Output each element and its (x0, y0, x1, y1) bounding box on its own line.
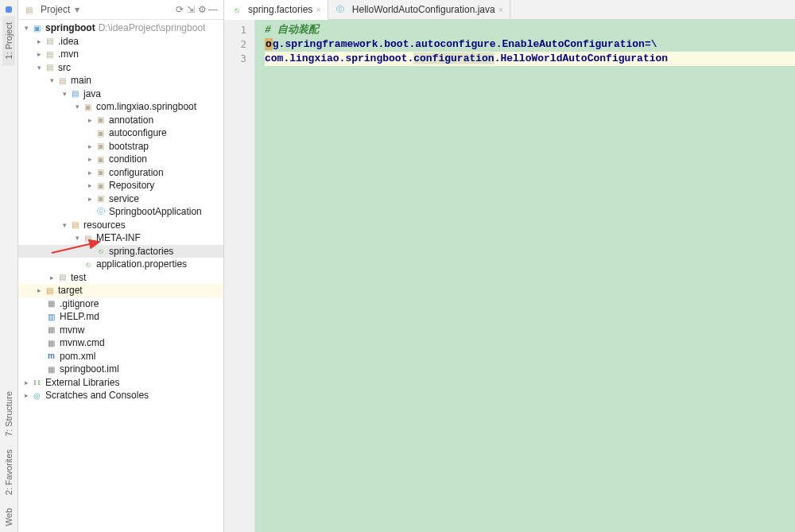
tab-label: HelloWorldAutoConfiguration.java (352, 4, 495, 15)
tab-label: spring.factories (248, 4, 312, 15)
tree-gitignore[interactable]: ▦.gitignore (18, 297, 223, 311)
tree-mvn[interactable]: ▸▤.mvn (18, 48, 223, 61)
code-line-1: # 自动装配 (265, 24, 319, 36)
project-icon (6, 6, 12, 13)
tree-target[interactable]: ▸▤target (18, 284, 223, 297)
tab-favorites[interactable]: 2: Favorites (2, 443, 15, 501)
tree-service[interactable]: ▸▣service (18, 192, 223, 206)
tree-package[interactable]: ▾▣com.lingxiao.springboot (18, 100, 223, 114)
tree-helpmd[interactable]: ▥HELP.md (18, 310, 223, 324)
tab-auto-config[interactable]: ⓒ HelloWorldAutoConfiguration.java × (328, 0, 510, 19)
project-panel-header: ▤ Project ▾ ⟳ ⇲ ⚙ — (18, 0, 223, 20)
tree-annotation[interactable]: ▸▣annotation (18, 114, 223, 127)
folder-icon: ▤ (23, 4, 35, 15)
tab-structure[interactable]: 7: Structure (2, 385, 15, 443)
tab-project[interactable]: 1: Project (2, 16, 15, 65)
tree-autoconfigure[interactable]: ▣autoconfigure (18, 126, 223, 140)
editor-area: ⎋ spring.factories × ⓒ HelloWorldAutoCon… (224, 0, 795, 532)
properties-icon: ⎋ (231, 4, 242, 15)
panel-title: Project (41, 4, 70, 15)
tree-java[interactable]: ▾▤java (18, 87, 223, 101)
tree-src[interactable]: ▾▤src (18, 61, 223, 75)
tree-iml[interactable]: ▦springboot.iml (18, 363, 223, 376)
code-line-2: og.springframework.boot.autoconfigure.En… (265, 37, 795, 52)
code-line-3: com.lingxiao.springboot.configuration.He… (265, 52, 795, 66)
tab-spring-factories[interactable]: ⎋ spring.factories × (224, 0, 328, 20)
tree-mvnw[interactable]: ▦mvnw (18, 324, 223, 337)
hide-icon[interactable]: — (207, 4, 219, 15)
tree-app-class[interactable]: ⓒSpringbootApplication (18, 205, 223, 219)
close-icon[interactable]: × (316, 5, 320, 14)
tree-repository[interactable]: ▸▣Repository (18, 179, 223, 192)
tree-ext-libs[interactable]: ▸⫾⫾External Libraries (18, 376, 223, 390)
tree-configuration[interactable]: ▸▣configuration (18, 166, 223, 180)
chevron-down-icon[interactable]: ▾ (75, 4, 80, 15)
annotation-arrow (50, 239, 106, 256)
java-class-icon: ⓒ (335, 4, 347, 15)
tree-spring-factories[interactable]: ⎋spring.factories (18, 245, 223, 258)
tree-idea[interactable]: ▸▤.idea (18, 35, 223, 49)
tree-root[interactable]: ▾▣ springboot D:\ideaProject\springboot (18, 21, 223, 35)
close-icon[interactable]: × (498, 5, 503, 14)
project-tree[interactable]: ▾▣ springboot D:\ideaProject\springboot … (18, 20, 223, 532)
tree-app-props[interactable]: ⎋application.properties (18, 258, 223, 271)
tree-test[interactable]: ▸▤test (18, 271, 223, 285)
left-tool-tabs: 1: Project 7: Structure 2: Favorites Web (0, 0, 18, 532)
locate-icon[interactable]: ⟳ (174, 4, 185, 15)
tree-pom[interactable]: mpom.xml (18, 350, 223, 363)
editor-tabs: ⎋ spring.factories × ⓒ HelloWorldAutoCon… (224, 0, 795, 20)
tab-web[interactable]: Web (2, 502, 15, 532)
tree-condition[interactable]: ▸▣condition (18, 153, 223, 166)
gear-icon[interactable]: ⚙ (196, 4, 207, 15)
expand-icon[interactable]: ⇲ (185, 4, 196, 15)
svg-line-0 (52, 242, 99, 253)
tree-mvnwcmd[interactable]: ▦mvnw.cmd (18, 336, 223, 350)
tree-metainf[interactable]: ▾▤META-INF (18, 231, 223, 245)
line-gutter: 1 2 3 (224, 20, 255, 532)
tree-main[interactable]: ▾▤main (18, 74, 223, 87)
code-editor[interactable]: # 自动装配 og.springframework.boot.autoconfi… (255, 20, 795, 532)
project-panel: ▤ Project ▾ ⟳ ⇲ ⚙ — ▾▣ springboot D:\ide… (18, 0, 224, 532)
tree-scratches[interactable]: ▸◎Scratches and Consoles (18, 389, 223, 402)
tree-resources[interactable]: ▾▤resources (18, 219, 223, 232)
tree-bootstrap[interactable]: ▸▣bootstrap (18, 140, 223, 153)
